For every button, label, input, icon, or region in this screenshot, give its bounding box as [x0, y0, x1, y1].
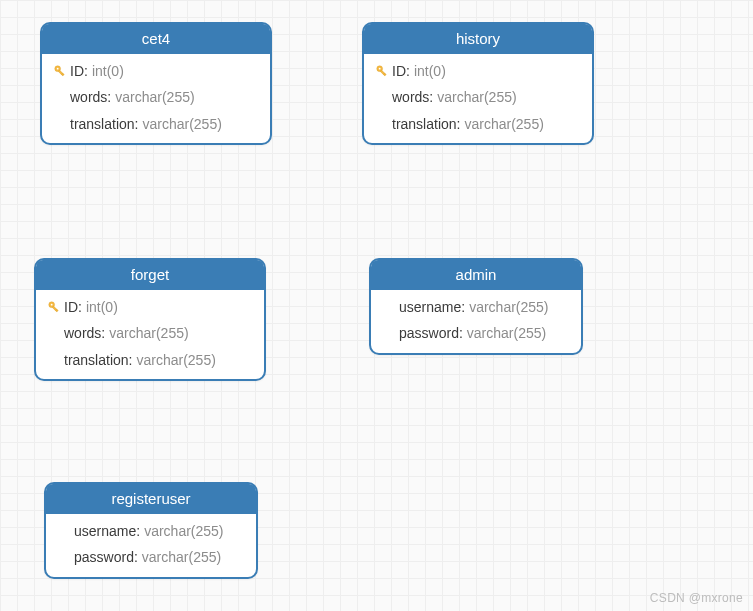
field-name: translation	[70, 114, 135, 134]
entity-body: ID:int(0)words:varchar(255)translation:v…	[364, 54, 592, 143]
entity-history[interactable]: history ID:int(0)words:varchar(255)trans…	[362, 22, 594, 145]
watermark-text: CSDN @mxrone	[650, 591, 743, 605]
entity-title: registeruser	[46, 484, 256, 514]
field-name: ID	[70, 61, 84, 81]
field-name: username	[399, 297, 461, 317]
entity-body: username:varchar(255)password:varchar(25…	[371, 290, 581, 353]
field-name: words	[392, 87, 429, 107]
field-name: password	[74, 547, 134, 567]
field-type: varchar(255)	[467, 323, 546, 343]
field-name: username	[74, 521, 136, 541]
field-type: varchar(255)	[437, 87, 516, 107]
entity-body: username:varchar(255)password:varchar(25…	[46, 514, 256, 577]
field-row: words:varchar(255)	[36, 320, 264, 346]
field-type: int(0)	[92, 61, 124, 81]
field-row: username:varchar(255)	[46, 518, 256, 544]
entity-body: ID:int(0)words:varchar(255)translation:v…	[42, 54, 270, 143]
primary-key-cell	[50, 64, 70, 78]
entity-title: cet4	[42, 24, 270, 54]
field-name: translation	[64, 350, 129, 370]
field-type: int(0)	[86, 297, 118, 317]
field-type: varchar(255)	[136, 350, 215, 370]
svg-point-5	[379, 68, 381, 70]
primary-key-icon	[53, 64, 67, 78]
entity-cet4[interactable]: cet4 ID:int(0)words:varchar(255)translat…	[40, 22, 272, 145]
field-name: words	[70, 87, 107, 107]
entity-forget[interactable]: forget ID:int(0)words:varchar(255)transl…	[34, 258, 266, 381]
field-row: ID:int(0)	[364, 58, 592, 84]
entity-admin[interactable]: adminusername:varchar(255)password:varch…	[369, 258, 583, 355]
svg-point-1	[57, 68, 59, 70]
entity-title: admin	[371, 260, 581, 290]
entity-body: ID:int(0)words:varchar(255)translation:v…	[36, 290, 264, 379]
field-row: translation:varchar(255)	[42, 111, 270, 137]
field-type: varchar(255)	[469, 297, 548, 317]
field-row: username:varchar(255)	[371, 294, 581, 320]
field-row: ID:int(0)	[42, 58, 270, 84]
entity-registeruser[interactable]: registeruserusername:varchar(255)passwor…	[44, 482, 258, 579]
field-type: varchar(255)	[142, 547, 221, 567]
field-row: password:varchar(255)	[46, 544, 256, 570]
field-name: ID	[392, 61, 406, 81]
primary-key-icon	[375, 64, 389, 78]
primary-key-cell	[372, 64, 392, 78]
field-type: varchar(255)	[109, 323, 188, 343]
field-row: words:varchar(255)	[42, 84, 270, 110]
svg-point-9	[51, 304, 53, 306]
field-row: words:varchar(255)	[364, 84, 592, 110]
field-name: password	[399, 323, 459, 343]
field-type: varchar(255)	[142, 114, 221, 134]
field-type: int(0)	[414, 61, 446, 81]
primary-key-cell	[44, 300, 64, 314]
field-name: words	[64, 323, 101, 343]
field-row: password:varchar(255)	[371, 320, 581, 346]
entity-title: forget	[36, 260, 264, 290]
field-row: translation:varchar(255)	[36, 347, 264, 373]
field-name: ID	[64, 297, 78, 317]
field-type: varchar(255)	[144, 521, 223, 541]
field-row: ID:int(0)	[36, 294, 264, 320]
field-name: translation	[392, 114, 457, 134]
field-row: translation:varchar(255)	[364, 111, 592, 137]
primary-key-icon	[47, 300, 61, 314]
field-type: varchar(255)	[464, 114, 543, 134]
field-type: varchar(255)	[115, 87, 194, 107]
entity-title: history	[364, 24, 592, 54]
